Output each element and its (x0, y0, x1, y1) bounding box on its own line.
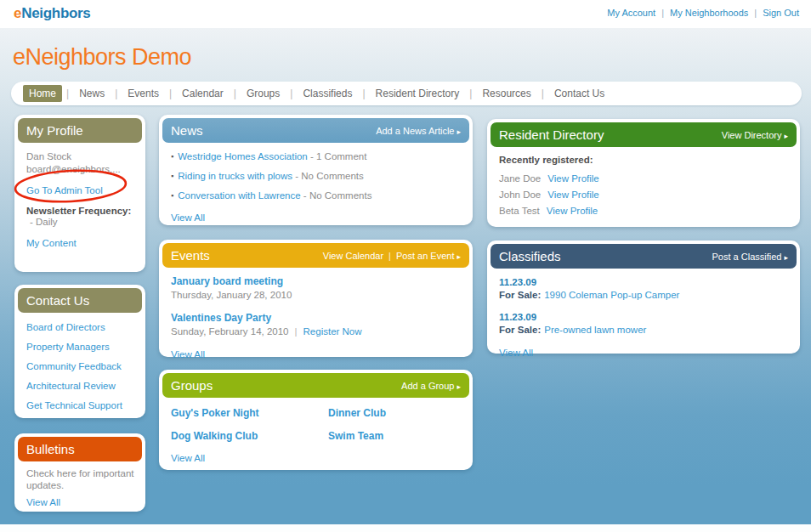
groups-panel: Groups Add a Group▸ Guy's Poker Night Di… (159, 370, 473, 470)
resident-name: John Doe (499, 190, 541, 200)
classified-date: 11.23.09 (499, 311, 789, 324)
event-date: Sunday, February 14, 2010|Register Now (171, 325, 462, 337)
separator: | (66, 88, 69, 99)
get-technical-support-link[interactable]: Get Technical Support (26, 400, 134, 410)
groups-view-all-link[interactable]: View All (171, 453, 205, 463)
events-header: Events View Calendar|Post an Event▸ (162, 243, 469, 268)
view-directory-link[interactable]: View Directory▸ (722, 130, 788, 140)
community-feedback-link[interactable]: Community Feedback (26, 361, 134, 371)
nav-contact-us[interactable]: Contact Us (548, 85, 610, 102)
group-link[interactable]: Guy's Poker Night (171, 407, 328, 419)
event-name-link[interactable]: Valentines Day Party (171, 312, 271, 324)
nav-news[interactable]: News (73, 85, 111, 102)
resident-row: Beta TestView Profile (499, 205, 789, 217)
for-sale-label: For Sale: (499, 290, 541, 300)
groups-title: Groups (171, 378, 213, 393)
news-panel: News Add a News Article▸ ▪Westridge Home… (159, 115, 473, 225)
nav-events[interactable]: Events (122, 85, 165, 102)
news-view-all-link[interactable]: View All (171, 212, 205, 223)
separator: | (542, 88, 544, 99)
classified-item: 11.23.09 For Sale:Pre-owned lawn mower (499, 311, 789, 337)
post-an-event-link[interactable]: Post an Event (396, 251, 455, 261)
news-title: News (171, 123, 203, 138)
property-managers-link[interactable]: Property Managers (26, 342, 134, 352)
go-to-admin-tool-link[interactable]: Go To Admin Tool (26, 185, 103, 195)
profile-name: Dan Stock (26, 150, 134, 163)
nav-calendar[interactable]: Calendar (176, 85, 230, 102)
resident-directory-header: Resident Directory View Directory▸ (491, 122, 797, 147)
contact-us-header: Contact Us (18, 288, 142, 313)
nav-classifieds[interactable]: Classifieds (297, 85, 358, 102)
news-item-comments: - No Comments (301, 190, 372, 201)
group-link[interactable]: Swim Team (328, 430, 462, 442)
nav-groups[interactable]: Groups (241, 85, 286, 102)
account-links: My Account|My Neighborhoods|Sign Out (607, 8, 799, 18)
news-item: ▪Riding in trucks with plows - No Commen… (171, 170, 462, 182)
group-link[interactable]: Dog Walking Club (171, 430, 328, 442)
resident-row: Jane DoeView Profile (499, 173, 789, 184)
classified-item: 11.23.09 For Sale:1990 Coleman Pop-up Ca… (499, 276, 789, 302)
classified-item-link[interactable]: 1990 Coleman Pop-up Camper (544, 290, 679, 300)
news-item-link[interactable]: Riding in trucks with plows (178, 171, 292, 181)
nav-resident-directory[interactable]: Resident Directory (370, 85, 466, 102)
my-profile-title: My Profile (26, 123, 83, 138)
newsletter-frequency-label: Newsletter Frequency: (26, 206, 134, 216)
news-item: ▪Westridge Homes Association - 1 Comment (171, 150, 462, 162)
separator: | (661, 8, 664, 18)
my-account-link[interactable]: My Account (607, 8, 655, 18)
my-neighborhoods-link[interactable]: My Neighborhoods (670, 8, 748, 18)
logo-rest: Neighbors (21, 5, 90, 21)
separator: | (234, 88, 236, 99)
view-profile-link[interactable]: View Profile (547, 173, 599, 184)
add-news-article-link[interactable]: Add a News Article▸ (376, 126, 461, 136)
event-name-link[interactable]: January board meeting (171, 275, 283, 287)
news-item-link[interactable]: Westridge Homes Association (178, 151, 308, 161)
events-view-all-link[interactable]: View All (171, 349, 205, 359)
classifieds-header: Classifieds Post a Classified▸ (491, 244, 797, 269)
post-a-classified-link[interactable]: Post a Classified▸ (712, 252, 788, 262)
events-title: Events (171, 248, 210, 263)
classified-item-link[interactable]: Pre-owned lawn mower (544, 325, 646, 335)
arrow-icon: ▸ (457, 252, 461, 261)
events-panel: Events View Calendar|Post an Event▸ Janu… (159, 240, 473, 357)
architectural-review-link[interactable]: Architectural Review (26, 381, 134, 391)
page: eNeighbors My Account|My Neighborhoods|S… (0, 0, 811, 532)
classifieds-title: Classifieds (499, 249, 561, 263)
news-item-link[interactable]: Conversation with Lawrence (178, 190, 300, 201)
nav-home[interactable]: Home (23, 85, 62, 102)
view-profile-link[interactable]: View Profile (547, 190, 599, 200)
resident-name: Beta Test (499, 206, 540, 216)
nav-resources[interactable]: Resources (476, 85, 536, 102)
contact-us-title: Contact Us (26, 293, 89, 308)
register-now-link[interactable]: Register Now (303, 326, 362, 337)
bulletins-view-all-link[interactable]: View All (26, 497, 60, 507)
news-item: ▪Conversation with Lawrence - No Comment… (171, 190, 462, 201)
classifieds-view-all-link[interactable]: View All (499, 348, 533, 358)
groups-list: Guy's Poker Night Dinner Club Dog Walkin… (171, 407, 462, 442)
event-item: January board meeting Thursday, January … (171, 275, 462, 301)
bulletins-panel: Bulletins Check here for important updat… (14, 433, 145, 512)
sign-out-link[interactable]: Sign Out (763, 8, 799, 18)
arrow-icon: ▸ (784, 253, 788, 262)
add-a-group-link[interactable]: Add a Group▸ (401, 381, 461, 391)
eneighbors-logo[interactable]: eNeighbors (14, 5, 91, 22)
my-profile-header: My Profile (18, 118, 142, 143)
profile-email: board@eneighbors.... (26, 163, 134, 176)
classifieds-panel: Classifieds Post a Classified▸ 11.23.09 … (487, 241, 800, 354)
bulletins-text: Check here for important updates. (26, 467, 134, 491)
top-bar: eNeighbors My Account|My Neighborhoods|S… (0, 0, 811, 28)
recently-registered-label: Recently registered: (499, 155, 789, 165)
board-of-directors-link[interactable]: Board of Directors (26, 322, 134, 332)
page-title: eNeighbors Demo (13, 44, 191, 71)
classified-date: 11.23.09 (499, 276, 789, 289)
view-profile-link[interactable]: View Profile (547, 206, 598, 216)
contact-us-panel: Contact Us Board of Directors Property M… (14, 285, 145, 418)
group-link[interactable]: Dinner Club (328, 407, 462, 419)
resident-directory-title: Resident Directory (499, 127, 604, 142)
groups-header: Groups Add a Group▸ (162, 373, 469, 398)
my-content-link[interactable]: My Content (26, 238, 77, 248)
newsletter-frequency-value: - Daily (30, 216, 134, 229)
news-item-comments: - No Comments (292, 171, 364, 181)
view-calendar-link[interactable]: View Calendar (323, 251, 383, 261)
separator: | (469, 88, 472, 99)
